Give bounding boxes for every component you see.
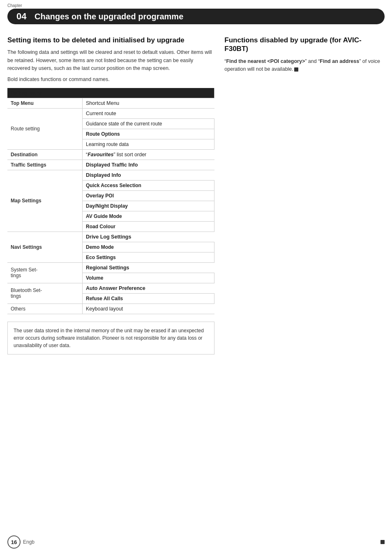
table-row: Destination “Favourites” list sort order <box>7 149 214 160</box>
table-cell-col2: Keyboard layout <box>83 303 214 314</box>
note-text: The user data stored in the internal mem… <box>14 328 204 348</box>
table-cell-col2: Guidance state of the current route <box>83 118 214 129</box>
table-cell-col2 bold-cell: Day/Night Display <box>83 201 214 211</box>
table-cell-col2 bold-cell: Volume <box>83 273 214 283</box>
chapter-label: Chapter <box>7 3 385 8</box>
table-cell-col2 bold-cell: Overlay POI <box>83 190 214 201</box>
footer-end-icon <box>380 540 385 544</box>
table-cell-col1: Navi Settings <box>7 232 83 262</box>
left-desc-1: The following data and settings will be … <box>7 49 214 72</box>
lang-label: Engb <box>23 539 35 545</box>
table-cell-col1: Destination <box>7 149 83 160</box>
table-cell-col2 bold-cell: Auto Answer Preference <box>83 283 214 293</box>
table-cell-col2: Learning route data <box>83 139 214 149</box>
table-row: Top Menu Shortcut Menu <box>7 98 214 108</box>
table-cell-col2 bold-cell: Road Colour <box>83 221 214 232</box>
right-column: Functions disabled by upgrade (for AVIC-… <box>224 36 385 354</box>
table-cell-col1: Others <box>7 303 83 314</box>
table-header-row: Setting Items <box>7 88 214 98</box>
table-cell-col2 bold-cell: Regional Settings <box>83 262 214 273</box>
table-header-cell: Setting Items <box>7 88 214 98</box>
table-cell-col2 bold-cell: Route Options <box>83 129 214 139</box>
table-cell-col1: Top Menu <box>7 98 83 108</box>
page-number: 16 <box>7 535 21 549</box>
table-cell-col2 bold-cell: Eco Settings <box>83 252 214 262</box>
table-cell-col1: Traffic Settings <box>7 160 83 170</box>
table-row: Map Settings Displayed Info <box>7 170 214 180</box>
footer: 16 Engb <box>7 535 385 549</box>
table-cell-col2 bold-cell: Displayed Info <box>83 170 214 180</box>
table-cell-col2 bold-cell: Displayed Traffic Info <box>83 160 214 170</box>
footer-left: 16 Engb <box>7 535 35 549</box>
table-cell-col2: “Favourites” list sort order <box>83 149 214 160</box>
main-content: Setting items to be deleted and initiali… <box>0 24 392 354</box>
table-cell-col2 bold-cell: Quick Access Selection <box>83 180 214 190</box>
table-cell-col1: Bluetooth Set-tings <box>7 283 83 303</box>
table-row: Others Keyboard layout <box>7 303 214 314</box>
table-cell-col2: Current route <box>83 108 214 118</box>
right-desc-part1: “Find the nearest <POI category>” and “F… <box>224 58 380 72</box>
right-desc: “Find the nearest <POI category>” and “F… <box>224 58 385 74</box>
table-cell-col2 bold-cell: Demo Mode <box>83 242 214 252</box>
table-cell-col2 bold-cell: Drive Log Settings <box>83 232 214 242</box>
header: Chapter 04 Changes on the upgraded progr… <box>0 0 392 24</box>
chapter-title-bar: 04 Changes on the upgraded programme <box>7 9 385 24</box>
table-cell-col1: System Set-tings <box>7 262 83 283</box>
right-section-title: Functions disabled by upgrade (for AVIC-… <box>224 36 385 53</box>
table-cell-col2 bold-cell: AV Guide Mode <box>83 211 214 221</box>
table-row: Route setting Current route <box>7 108 214 118</box>
table-cell-col2: Shortcut Menu <box>83 98 214 108</box>
note-box: The user data stored in the internal mem… <box>7 322 214 354</box>
table-row: Traffic Settings Displayed Traffic Info <box>7 160 214 170</box>
end-icon <box>294 67 298 72</box>
table-cell-col1: Route setting <box>7 108 83 149</box>
left-desc-2: Bold indicates functions or command name… <box>7 76 214 83</box>
table-cell-col2 bold-cell: Refuse All Calls <box>83 293 214 303</box>
table-row: Bluetooth Set-tings Auto Answer Preferen… <box>7 283 214 293</box>
chapter-number: 04 <box>16 11 28 22</box>
left-section-title: Setting items to be deleted and initiali… <box>7 36 214 44</box>
table-row: Navi Settings Drive Log Settings <box>7 232 214 242</box>
chapter-title: Changes on the upgraded programme <box>35 12 183 21</box>
left-column: Setting items to be deleted and initiali… <box>7 36 214 354</box>
table-cell-col1: Map Settings <box>7 170 83 232</box>
settings-table: Setting Items Top Menu Shortcut Menu Rou… <box>7 88 214 314</box>
table-row: System Set-tings Regional Settings <box>7 262 214 273</box>
